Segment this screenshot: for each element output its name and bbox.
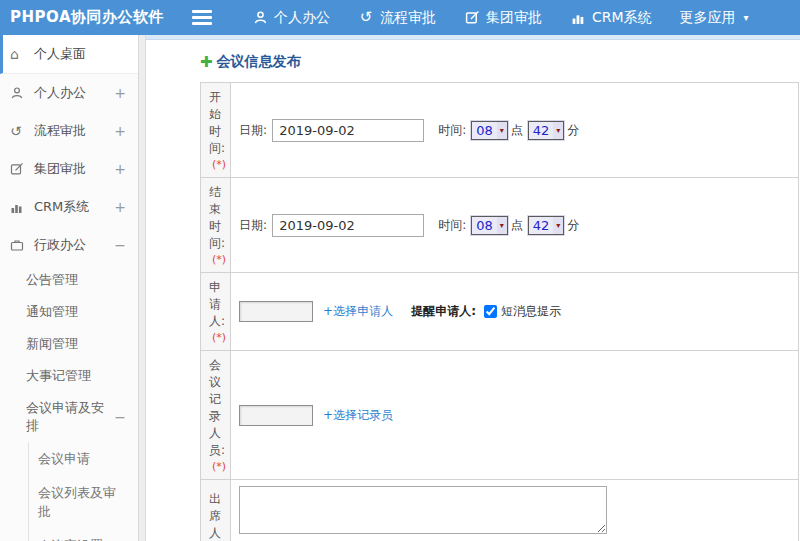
sidebar-item-events-mgmt[interactable]: 大事记管理 bbox=[0, 360, 138, 392]
sidebar-label: CRM系统 bbox=[34, 198, 89, 216]
end-minute-select[interactable]: 42 ▾ bbox=[528, 216, 565, 235]
edit-icon bbox=[464, 10, 480, 26]
date-label: 日期: bbox=[239, 217, 267, 234]
end-date-input[interactable] bbox=[272, 214, 424, 237]
sidebar-label: 会议申请 bbox=[38, 449, 90, 469]
nav-flow-approval[interactable]: ↺ 流程审批 bbox=[358, 9, 436, 27]
sidebar-label: 个人桌面 bbox=[34, 45, 86, 63]
bar-chart-icon bbox=[570, 10, 586, 26]
sidebar-label: 公告管理 bbox=[26, 271, 78, 289]
sidebar-label: 新闻管理 bbox=[26, 335, 78, 353]
sidebar-item-group-approval[interactable]: 集团审批 + bbox=[0, 150, 138, 188]
nav-crm-system[interactable]: CRM系统 bbox=[570, 9, 652, 27]
end-time-label: 结束时间:(*) bbox=[201, 178, 231, 273]
recorder-label: 会议记录人员:(*) bbox=[201, 351, 231, 480]
sidebar-label: 行政办公 bbox=[34, 236, 86, 254]
sidebar-label: 集团审批 bbox=[34, 160, 86, 178]
sidebar-item-meeting-apply[interactable]: 会议申请 bbox=[29, 442, 138, 476]
applicant-label: 申请人:(*) bbox=[201, 273, 231, 351]
caret-down-icon: ▾ bbox=[553, 217, 563, 234]
expand-icon[interactable]: + bbox=[114, 199, 126, 215]
expand-icon[interactable]: + bbox=[114, 123, 126, 139]
minute-unit: 分 bbox=[567, 122, 579, 139]
collapse-icon[interactable]: − bbox=[114, 409, 126, 425]
row-end-time: 结束时间:(*) 日期: 时间: 08 ▾ 点 42 bbox=[201, 178, 799, 273]
start-date-input[interactable] bbox=[272, 119, 424, 142]
nav-personal-office[interactable]: 个人办公 bbox=[252, 9, 330, 27]
sidebar: ⌂ 个人桌面 个人办公 + ↺ 流程审批 + 集团审批 + CRM系统 bbox=[0, 35, 139, 541]
required-mark: (*) bbox=[212, 253, 226, 266]
top-header: PHPOA协同办公软件 个人办公 ↺ 流程审批 集团审批 CRM系统 更多应用 bbox=[0, 0, 800, 35]
page-title: ✚ 会议信息发布 bbox=[200, 53, 800, 71]
sidebar-item-notify-mgmt[interactable]: 通知管理 bbox=[0, 296, 138, 328]
choose-recorder-link[interactable]: +选择记录员 bbox=[323, 407, 393, 424]
sidebar-label: 会议列表及审批 bbox=[38, 483, 124, 522]
caret-down-icon: ▾ bbox=[553, 122, 563, 139]
caret-down-icon: ▾ bbox=[497, 217, 507, 234]
bar-chart-icon bbox=[10, 200, 27, 214]
meeting-form: 开始时间:(*) 日期: 时间: 08 ▾ 点 42 bbox=[200, 82, 799, 541]
sidebar-item-notice-mgmt[interactable]: 公告管理 bbox=[0, 264, 138, 296]
expand-icon[interactable]: + bbox=[114, 161, 126, 177]
row-applicant: 申请人:(*) +选择申请人 提醒申请人: 短消息提示 bbox=[201, 273, 799, 351]
nav-label: 流程审批 bbox=[380, 9, 436, 27]
nav-label: 集团审批 bbox=[486, 9, 542, 27]
sidebar-label: 大事记管理 bbox=[26, 367, 91, 385]
choose-applicant-link[interactable]: +选择申请人 bbox=[323, 303, 393, 320]
expand-icon[interactable]: + bbox=[114, 85, 126, 101]
sidebar-item-flow-approval[interactable]: ↺ 流程审批 + bbox=[0, 112, 138, 150]
row-recorder: 会议记录人员:(*) +选择记录员 bbox=[201, 351, 799, 480]
hour-unit: 点 bbox=[511, 217, 523, 234]
required-mark: (*) bbox=[212, 158, 226, 171]
start-minute-select[interactable]: 42 ▾ bbox=[528, 121, 565, 140]
nav-more-apps[interactable]: 更多应用 ▾ bbox=[680, 9, 749, 27]
collapse-icon[interactable]: − bbox=[114, 237, 126, 253]
sidebar-item-meeting-mgmt[interactable]: 会议申请及安排 − bbox=[0, 392, 138, 442]
applicant-input[interactable] bbox=[239, 301, 313, 322]
briefcase-icon bbox=[10, 238, 27, 252]
sidebar-item-meeting-list[interactable]: 会议列表及审批 bbox=[29, 476, 138, 529]
app-brand: PHPOA协同办公软件 bbox=[0, 8, 182, 27]
flow-icon: ↺ bbox=[358, 10, 374, 26]
hamburger-menu-icon[interactable] bbox=[192, 10, 212, 25]
flow-icon: ↺ bbox=[10, 124, 27, 138]
user-icon bbox=[10, 86, 27, 100]
sidebar-item-news-mgmt[interactable]: 新闻管理 bbox=[0, 328, 138, 360]
sidebar-item-crm[interactable]: CRM系统 + bbox=[0, 188, 138, 226]
top-nav: 个人办公 ↺ 流程审批 集团审批 CRM系统 更多应用 ▾ bbox=[252, 9, 749, 27]
sidebar-label: 通知管理 bbox=[26, 303, 78, 321]
required-mark: (*) bbox=[212, 331, 226, 344]
sidebar-divider bbox=[139, 35, 146, 541]
start-hour-select[interactable]: 08 ▾ bbox=[471, 121, 508, 140]
edit-icon bbox=[10, 162, 27, 176]
sidebar-item-personal-office[interactable]: 个人办公 + bbox=[0, 74, 138, 112]
content-top-strip bbox=[146, 35, 800, 40]
attendees-textarea[interactable] bbox=[239, 486, 607, 534]
page-title-text: 会议信息发布 bbox=[217, 53, 301, 71]
home-icon: ⌂ bbox=[10, 47, 27, 61]
sidebar-item-admin-office[interactable]: 行政办公 − bbox=[0, 226, 138, 264]
nav-label: 个人办公 bbox=[274, 9, 330, 27]
attendees-label: 出席人员:(*) bbox=[201, 480, 231, 541]
nav-label: 更多应用 bbox=[680, 9, 736, 27]
time-label: 时间: bbox=[438, 122, 466, 139]
caret-down-icon: ▾ bbox=[497, 122, 507, 139]
caret-down-icon: ▾ bbox=[744, 12, 749, 23]
recorder-input[interactable] bbox=[239, 405, 313, 426]
end-hour-select[interactable]: 08 ▾ bbox=[471, 216, 508, 235]
minute-unit: 分 bbox=[567, 217, 579, 234]
row-start-time: 开始时间:(*) 日期: 时间: 08 ▾ 点 42 bbox=[201, 83, 799, 178]
hour-unit: 点 bbox=[511, 122, 523, 139]
nav-group-approval[interactable]: 集团审批 bbox=[464, 9, 542, 27]
required-mark: (*) bbox=[212, 460, 226, 473]
date-label: 日期: bbox=[239, 122, 267, 139]
sidebar-item-room-settings[interactable]: 会议室设置 bbox=[29, 529, 138, 541]
sidebar-item-desktop[interactable]: ⌂ 个人桌面 bbox=[0, 35, 138, 74]
sidebar-label: 会议室设置 bbox=[38, 536, 103, 541]
sidebar-meeting-group: 会议申请 会议列表及审批 会议室设置 会议类别设置 bbox=[28, 442, 138, 541]
applicant-sms-checkbox[interactable] bbox=[484, 305, 497, 318]
row-attendees: 出席人员:(*) +选择出席人 提醒出席人员: 短消息提示 bbox=[201, 480, 799, 541]
sidebar-label: 会议申请及安排 bbox=[26, 399, 114, 435]
green-plus-icon: ✚ bbox=[200, 55, 213, 70]
user-icon bbox=[252, 10, 268, 26]
